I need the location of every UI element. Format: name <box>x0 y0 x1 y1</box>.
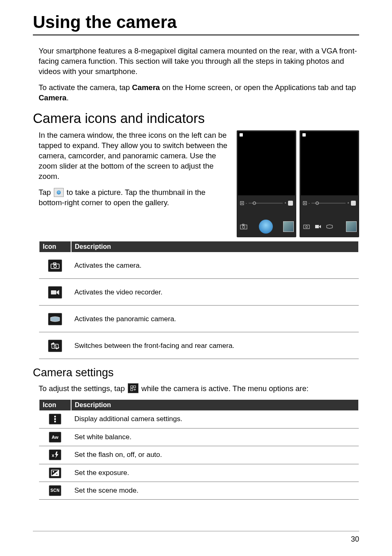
section2-p1-a: To adjust the settings, tap <box>39 384 127 393</box>
aw-label: Aw <box>52 435 58 440</box>
section1-para-2: Tap to take a picture. Tap the thumbnail… <box>39 188 228 208</box>
switch-camera-icon <box>48 340 62 352</box>
title-rule <box>33 35 359 35</box>
svg-point-15 <box>54 265 56 267</box>
svg-rect-18 <box>52 344 58 348</box>
svg-rect-27 <box>54 421 56 422</box>
white-balance-icon: Aw <box>49 432 61 442</box>
table-row: x Set the flash on, off, or auto. <box>39 446 359 464</box>
intro-p2-a: To activate the camera, tap <box>39 83 132 92</box>
svg-marker-31 <box>51 470 59 476</box>
section-heading-icons: Camera icons and indicators <box>33 111 359 126</box>
table-row: Activates the camera. <box>39 252 359 279</box>
svg-rect-11 <box>315 225 319 228</box>
table-row: Activates the panoramic camera. <box>39 305 359 332</box>
camera-screenshots: - + - + <box>237 130 359 237</box>
settings-inline-icon <box>128 383 138 393</box>
svg-marker-17 <box>57 290 59 295</box>
section1-para-1: In the camera window, the three icons on… <box>39 130 228 182</box>
table2-header-desc: Description <box>71 400 359 410</box>
camera-mode-icon <box>48 259 62 272</box>
screenshot-camera: - + <box>237 130 296 237</box>
table2-row0-desc: Display additional camera settings. <box>71 410 359 429</box>
table-row: Display additional camera settings. <box>39 410 359 429</box>
table-row: Activates the video recorder. <box>39 278 359 305</box>
page-title: Using the camera <box>33 12 359 32</box>
svg-rect-9 <box>304 225 309 229</box>
svg-rect-16 <box>51 290 56 294</box>
video-mode-icon <box>48 286 62 299</box>
svg-rect-26 <box>54 418 56 420</box>
flash-setting-icon: x <box>49 449 61 460</box>
svg-point-4 <box>242 226 245 228</box>
page-number: 30 <box>351 535 359 544</box>
section2-p1-b: while the camera is active. The menu opt… <box>139 384 309 393</box>
table-row: Set the exposure. <box>39 464 359 482</box>
intro-para-2: To activate the camera, tap Camera on th… <box>39 83 359 103</box>
table1-row0-desc: Activates the camera. <box>71 252 359 279</box>
svg-rect-14 <box>53 263 56 264</box>
exposure-setting-icon <box>49 468 61 478</box>
svg-rect-25 <box>54 416 56 417</box>
screenshot-shutter-button <box>259 220 273 234</box>
svg-marker-12 <box>319 225 321 228</box>
table1-row1-desc: Activates the video recorder. <box>71 278 359 305</box>
table-row: SCN Set the scene mode. <box>39 482 359 499</box>
intro-p2-bold-2: Camera <box>39 93 67 102</box>
table2-row2-desc: Set the flash on, off, or auto. <box>71 446 359 464</box>
table2-row4-desc: Set the scene mode. <box>71 482 359 499</box>
table1-row3-desc: Switches between the front-facing and re… <box>71 332 359 359</box>
svg-rect-21 <box>134 386 136 388</box>
overflow-settings-icon <box>49 414 61 424</box>
svg-rect-20 <box>131 386 133 388</box>
screenshot-thumbnail-2 <box>346 221 357 232</box>
shutter-inline-icon <box>54 188 64 197</box>
intro-p2-e: . <box>67 93 69 102</box>
intro-p2-c: on the Home screen, or open the Applicat… <box>160 83 356 92</box>
svg-point-19 <box>54 345 56 347</box>
table1-header-desc: Description <box>71 241 359 252</box>
settings-table: Icon Description Display additional came… <box>39 400 359 500</box>
table2-header-icon: Icon <box>39 400 71 410</box>
panorama-mode-icon <box>48 313 62 325</box>
svg-point-10 <box>306 226 308 228</box>
scn-label: SCN <box>51 488 60 493</box>
icons-table: Icon Description Activates the camera. <box>39 241 359 359</box>
table2-row3-desc: Set the exposure. <box>71 464 359 482</box>
scene-mode-icon: SCN <box>49 485 61 496</box>
svg-text:x: x <box>52 453 55 458</box>
section-heading-settings: Camera settings <box>33 366 359 379</box>
svg-marker-29 <box>55 452 58 458</box>
section1-p2-a: Tap <box>39 188 53 197</box>
table1-header-icon: Icon <box>39 241 71 252</box>
table2-row1-desc: Set white balance. <box>71 428 359 446</box>
svg-rect-22 <box>131 389 133 391</box>
screenshot-camera-modes: - + <box>300 130 359 237</box>
screenshot-thumbnail <box>283 221 294 232</box>
section2-para-1: To adjust the settings, tap while the ca… <box>39 383 359 394</box>
table-row: Aw Set white balance. <box>39 428 359 446</box>
intro-p2-bold-1: Camera <box>132 83 160 92</box>
table1-row2-desc: Activates the panoramic camera. <box>71 305 359 332</box>
footer-rule <box>33 531 359 531</box>
table-row: Switches between the front-facing and re… <box>39 332 359 359</box>
intro-para-1: Your smartphone features a 8-megapixel d… <box>39 46 359 77</box>
